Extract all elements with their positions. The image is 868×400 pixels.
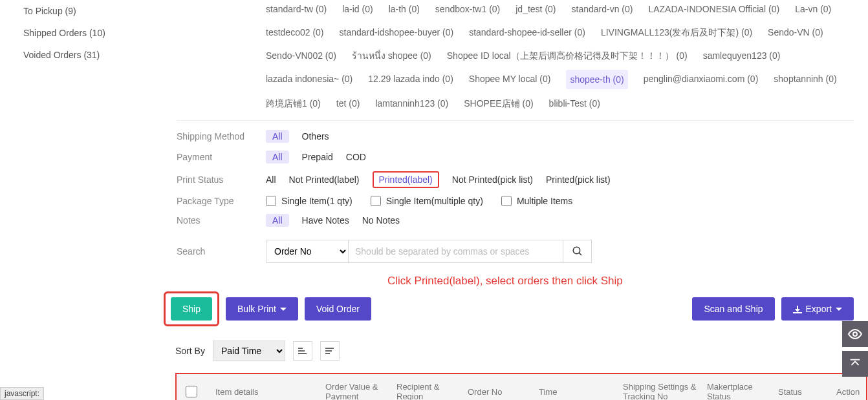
chevron-down-icon — [836, 308, 842, 311]
search-button[interactable] — [563, 240, 592, 263]
sort-by-select[interactable]: Paid Time — [213, 341, 285, 361]
notes-none[interactable]: No Notes — [362, 215, 400, 226]
instruction-text: Click Printed(label), select orders then… — [387, 275, 854, 288]
sort-asc-button[interactable] — [293, 341, 312, 361]
package-type-multiple[interactable]: Multiple Items — [501, 196, 572, 206]
shipping-method-all[interactable]: All — [266, 130, 289, 143]
store-item[interactable]: tet (0) — [336, 94, 360, 112]
shipping-method-others[interactable]: Others — [302, 131, 329, 142]
print-status-all[interactable]: All — [266, 174, 276, 185]
store-item[interactable]: shopee-th (0) — [566, 70, 627, 89]
sort-asc-icon — [298, 346, 308, 355]
store-item[interactable]: standard-vn (0) — [572, 0, 633, 18]
notes-have[interactable]: Have Notes — [302, 215, 349, 226]
search-icon — [572, 246, 583, 257]
svg-point-0 — [573, 247, 580, 254]
store-item[interactable]: ร้านหนึ่ง shopee (0) — [352, 47, 431, 65]
void-order-button[interactable]: Void Order — [305, 297, 371, 321]
sidebar-item-shipped-orders[interactable]: Shipped Orders (10) — [12, 22, 160, 44]
sort-desc-icon — [325, 346, 335, 355]
store-item[interactable]: sendbox-tw1 (0) — [435, 0, 500, 18]
store-item[interactable]: la-th (0) — [389, 0, 420, 18]
status-bar-text: javascript: — [0, 387, 44, 400]
col-action: Action — [836, 387, 868, 397]
export-button[interactable]: Export — [781, 297, 854, 321]
download-icon — [793, 304, 802, 313]
store-item[interactable]: LIVINGMALL123(发布后及时下架) (0) — [601, 23, 752, 41]
store-item[interactable]: jd_test (0) — [515, 0, 556, 18]
search-input[interactable] — [349, 240, 563, 263]
svg-point-8 — [853, 332, 857, 336]
col-recipient: Recipient & Region — [396, 382, 461, 400]
print-status-printed-picklist[interactable]: Printed(pick list) — [546, 174, 611, 185]
sort-by-label: Sort By — [175, 346, 205, 356]
store-item[interactable]: SHOPEE店铺 (0) — [464, 94, 533, 112]
eye-icon — [847, 326, 863, 342]
store-item[interactable]: Shopee ID local（上架后调高价格记得及时下架！！！） (0) — [447, 47, 688, 65]
store-item[interactable]: 12.29 lazada indo (0) — [368, 70, 453, 89]
shipping-method-label: Shipping Method — [177, 131, 266, 142]
store-item[interactable]: standard-shopee-id-seller (0) — [469, 23, 585, 41]
col-status: Status — [778, 387, 830, 397]
store-item[interactable]: blibli-Test (0) — [549, 94, 600, 112]
scroll-top-float-button[interactable] — [842, 351, 868, 377]
notes-label: Notes — [177, 215, 266, 226]
store-item[interactable]: penglin@dianxiaomi.com (0) — [644, 70, 759, 89]
bulk-print-button[interactable]: Bulk Print — [226, 297, 298, 321]
store-item[interactable]: Sendo-VN (0) — [768, 23, 823, 41]
svg-line-1 — [579, 253, 581, 255]
table-header-row: Item details Order Value & Payment Recip… — [175, 373, 867, 400]
store-item[interactable]: LAZADA-INDONESIA Official (0) — [648, 0, 779, 18]
store-item[interactable]: lamtanninh123 (0) — [375, 94, 448, 112]
package-type-label: Package Type — [177, 196, 266, 206]
print-status-printed-label[interactable]: Printed(label) — [373, 171, 439, 188]
print-status-not-printed-picklist[interactable]: Not Printed(pick list) — [452, 174, 533, 185]
payment-prepaid[interactable]: Prepaid — [302, 152, 333, 162]
package-type-single1[interactable]: Single Item(1 qty) — [266, 196, 353, 206]
store-item[interactable]: testdeco02 (0) — [266, 23, 324, 41]
col-item-details: Item details — [215, 387, 319, 397]
package-type-single-multi[interactable]: Single Item(multiple qty) — [371, 196, 483, 206]
store-item[interactable]: Shopee MY local (0) — [469, 70, 551, 89]
sort-desc-button[interactable] — [320, 341, 340, 361]
col-shipping-settings: Shipping Settings & Tracking No — [623, 382, 700, 400]
store-item[interactable]: standard-tw (0) — [266, 0, 327, 18]
sidebar-item-voided-orders[interactable]: Voided Orders (31) — [12, 44, 160, 66]
store-item[interactable]: shoptanninh (0) — [774, 70, 836, 89]
col-marketplace-status: Makertplace Status — [707, 382, 772, 400]
print-status-label: Print Status — [177, 174, 266, 185]
eye-float-button[interactable] — [842, 321, 868, 347]
col-time: Time — [539, 387, 616, 397]
search-type-select[interactable]: Order No — [266, 240, 349, 263]
col-order-value: Order Value & Payment — [325, 382, 390, 400]
chevron-down-icon — [280, 308, 287, 311]
col-order-no: Order No — [468, 387, 532, 397]
notes-all[interactable]: All — [266, 214, 289, 227]
store-item[interactable]: lazada indonesia~ (0) — [266, 70, 353, 89]
store-item[interactable]: Sendo-VN002 (0) — [266, 47, 336, 65]
store-item[interactable]: samlequyen123 (0) — [703, 47, 781, 65]
store-item[interactable]: La-vn (0) — [795, 0, 831, 18]
arrow-up-icon — [848, 357, 862, 371]
ship-button[interactable]: Ship — [171, 297, 212, 321]
payment-all[interactable]: All — [266, 151, 289, 163]
store-item[interactable]: standard-idshopee-buyer (0) — [340, 23, 454, 41]
scan-and-ship-button[interactable]: Scan and Ship — [692, 297, 774, 321]
sidebar-item-to-pickup[interactable]: To Pickup (9) — [12, 0, 160, 22]
search-label: Search — [177, 246, 266, 257]
payment-cod[interactable]: COD — [346, 152, 366, 162]
select-all-checkbox[interactable] — [186, 386, 197, 397]
payment-label: Payment — [177, 152, 266, 162]
store-item[interactable]: 跨境店铺1 (0) — [266, 94, 321, 112]
print-status-not-printed-label[interactable]: Not Printed(label) — [289, 174, 360, 185]
store-item[interactable]: la-id (0) — [342, 0, 373, 18]
